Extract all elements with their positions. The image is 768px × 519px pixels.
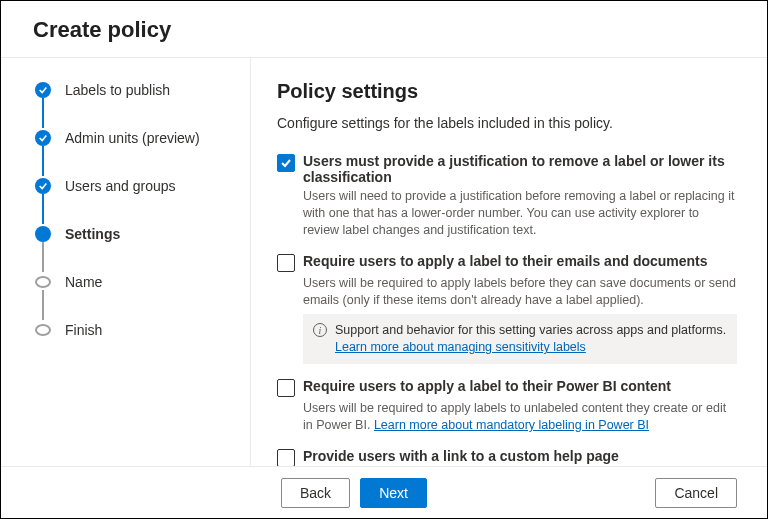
wizard-sidebar: Labels to publish Admin units (preview) … [1, 58, 251, 468]
step-label: Name [65, 274, 102, 290]
checkmark-icon [35, 130, 51, 146]
page-body: Labels to publish Admin units (preview) … [1, 58, 767, 468]
step-connector [42, 98, 44, 128]
link-sensitivity-labels[interactable]: Learn more about managing sensitivity la… [335, 340, 586, 354]
notice-text: Support and behavior for this setting va… [335, 323, 726, 337]
page-title: Create policy [33, 17, 767, 43]
current-step-icon [35, 226, 51, 242]
wizard-step-labels[interactable]: Labels to publish [35, 80, 250, 100]
step-label: Settings [65, 226, 120, 242]
wizard-step-name[interactable]: Name [35, 272, 250, 292]
step-connector [42, 146, 44, 176]
pending-step-icon [35, 276, 51, 288]
notice-banner: i Support and behavior for this setting … [303, 314, 737, 364]
option-mandatory-email-doc: Require users to apply a label to their … [277, 253, 737, 365]
cancel-button[interactable]: Cancel [655, 478, 737, 508]
page-header: Create policy [1, 1, 767, 57]
option-title: Provide users with a link to a custom he… [303, 448, 619, 464]
link-powerbi-labeling[interactable]: Learn more about mandatory labeling in P… [374, 418, 649, 432]
back-button[interactable]: Back [281, 478, 350, 508]
checkbox-mandatory-email-doc[interactable] [277, 254, 295, 272]
step-label: Users and groups [65, 178, 176, 194]
wizard-footer: Back Next Cancel [1, 466, 767, 518]
step-label: Admin units (preview) [65, 130, 200, 146]
step-label: Finish [65, 322, 102, 338]
option-title: Require users to apply a label to their … [303, 378, 671, 394]
step-connector [42, 290, 44, 320]
step-label: Labels to publish [65, 82, 170, 98]
pending-step-icon [35, 324, 51, 336]
option-custom-help: Provide users with a link to a custom he… [277, 448, 737, 468]
checkmark-icon [35, 178, 51, 194]
checkbox-mandatory-powerbi[interactable] [277, 379, 295, 397]
checkmark-icon [35, 82, 51, 98]
option-mandatory-powerbi: Require users to apply a label to their … [277, 378, 737, 434]
wizard-step-admin-units[interactable]: Admin units (preview) [35, 128, 250, 148]
panel-subtitle: Configure settings for the labels includ… [277, 115, 737, 131]
option-desc: Users will need to provide a justificati… [303, 188, 737, 239]
panel-heading: Policy settings [277, 80, 737, 103]
checkbox-justification[interactable] [277, 154, 295, 172]
wizard-step-settings[interactable]: Settings [35, 224, 250, 244]
option-title: Users must provide a justification to re… [303, 153, 737, 185]
option-title: Require users to apply a label to their … [303, 253, 708, 269]
option-desc: Users will be required to apply labels t… [303, 400, 737, 434]
step-connector [42, 194, 44, 224]
step-connector [42, 242, 44, 272]
next-button[interactable]: Next [360, 478, 427, 508]
wizard-step-users-groups[interactable]: Users and groups [35, 176, 250, 196]
wizard-step-finish[interactable]: Finish [35, 320, 250, 340]
option-justification: Users must provide a justification to re… [277, 153, 737, 239]
checkbox-custom-help[interactable] [277, 449, 295, 467]
info-icon: i [313, 323, 327, 337]
main-panel: Policy settings Configure settings for t… [251, 58, 767, 468]
option-desc: Users will be required to apply labels b… [303, 275, 737, 309]
